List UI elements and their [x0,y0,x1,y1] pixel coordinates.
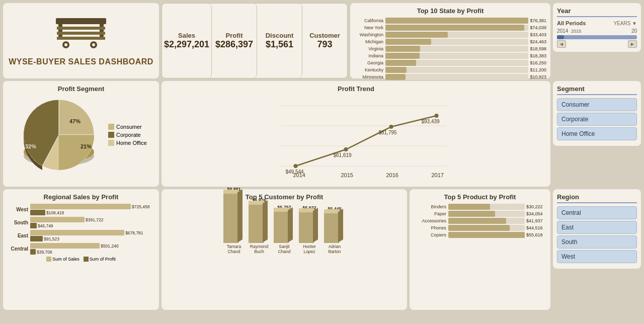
svg-point-19 [294,164,298,168]
region-central-button[interactable]: Central [557,206,637,219]
state-value: $24,463 [530,39,546,44]
state-bar-fill [385,67,407,73]
regional-bars-container: West $725,458 $108,418 South $391,722 [7,204,155,255]
pie-chart-svg: 47% 21% 32% [15,96,103,174]
brand-card: WYSE-BUYER SALES DASHBOARD [3,3,159,78]
customer-bar-front [223,193,238,243]
cart-icon [51,16,111,54]
region-south-button[interactable]: South [557,235,637,249]
state-value: $10,823 [530,74,546,79]
customer-bar-3d [274,211,295,243]
customer-bar-side [338,209,343,242]
year-next-button[interactable]: ► [628,40,637,48]
segment-filter-card: Segment Consumer Corporate Home Office [553,81,641,146]
state-value: $76,381 [530,18,546,23]
product-label: Binders [414,204,446,209]
state-label: California [354,18,383,23]
customer-bar-front [274,211,289,243]
state-bar-bg [385,25,528,31]
svg-rect-3 [57,27,105,30]
legend-homeoffice: Home Office [108,140,147,146]
svg-text:2016: 2016 [386,172,398,178]
customer-name: RaymondBuch [250,244,268,254]
customer-name: TamaraChand [227,244,241,254]
customer-bar-3d [299,211,320,243]
customer-bar-top [249,201,264,205]
kpi-container: Sales $2,297,201 Profit $286,397 Discoun… [162,3,348,78]
profit-trend-title: Profit Trend [166,85,546,93]
region-name: East [7,233,28,238]
product-bar-fill [448,211,495,217]
sales-value: $391,722 [86,217,103,222]
kpi-discount: Discount $1,561 [257,4,302,78]
top10-state-title: Top 10 State by Profit [354,7,546,15]
profit-trend-svg: $49,544 $61,619 $81,795 $93,439 2014 201… [166,96,546,179]
region-name: South [7,220,28,225]
region-bars: $501,240 $39,706 [30,243,155,255]
state-label: Michigan [354,39,383,44]
kpi-sales: Sales $2,297,201 [162,4,212,78]
year-slider-thumb[interactable] [557,35,564,39]
svg-text:$93,439: $93,439 [422,119,440,124]
state-label: New York [354,25,383,30]
year-slider-track[interactable] [557,35,637,39]
segment-consumer-button[interactable]: Consumer [557,98,637,111]
top10-state-card: Top 10 State by Profit California $76,38… [350,3,550,78]
product-bar-fill [448,204,490,210]
product-bar-fill [448,225,510,231]
top5-product-title: Top 5 Product by Profit [414,193,546,201]
region-bars: $725,458 $108,418 [30,204,155,215]
profit-bar [30,236,43,241]
year-years-label[interactable]: YEARS ▼ [613,21,637,26]
legend-profit: Sum of Profit [84,257,116,262]
svg-rect-4 [57,32,105,35]
state-value: $33,403 [530,32,546,37]
segment-homeoffice-button[interactable]: Home Office [557,127,637,140]
region-bars: $678,781 $91,523 [30,230,155,241]
svg-text:2014: 2014 [293,172,305,178]
product-bar-bg [448,211,525,217]
customer-name: HunterLopez [303,244,316,254]
legend-consumer: Consumer [108,124,147,130]
customer-bar-top [324,209,339,213]
product-value: $30,222 [526,204,546,209]
region-east-button[interactable]: East [557,221,637,234]
product-value: $34,054 [526,211,546,216]
legend-consumer-dot [108,124,114,130]
sales-value: $725,458 [132,204,149,209]
kpi-customer: Customer 793 [302,4,347,78]
customer-bars-container: $8,981 TamaraChand $6,976 RaymondBuch $5… [166,204,403,254]
product-label: Copiers [414,232,446,237]
sales-value: $501,240 [101,244,118,249]
region-west-button[interactable]: West [557,250,637,263]
segment-filter-title: Segment [557,85,637,95]
profit-segment-card: Profit Segment [3,81,159,187]
product-bar-bg [448,225,525,231]
sales-bar-row: $725,458 [30,204,155,209]
customer-bar-top [299,208,314,212]
regional-sales-card: Regional Sales by Profit West $725,458 $… [3,189,159,310]
segment-filter-panel: Segment Consumer Corporate Home Office [553,81,641,187]
customer-bar-front [249,204,264,243]
year-period-label: All Periods [557,20,586,26]
segment-corporate-button[interactable]: Corporate [557,113,637,126]
customer-bar-top [274,208,289,212]
state-bar-fill [385,25,524,31]
legend-profit-dot [84,257,89,262]
customer-bar-front [299,211,314,243]
svg-rect-0 [56,18,106,24]
customer-bar-side [313,208,318,242]
kpi-profit: Profit $286,397 [212,4,257,78]
state-bar-bg [385,18,528,24]
product-label: Paper [414,211,446,216]
regional-bar-row: South $391,722 $46,749 [7,217,155,228]
svg-text:$81,795: $81,795 [379,130,397,135]
product-bar-bg [448,232,525,238]
state-label: Washington [354,32,383,37]
year-prev-button[interactable]: ◄ [557,40,566,48]
product-bar-row: Copiers $55,618 [414,232,546,238]
product-value: $41,937 [526,218,546,223]
sales-bar [30,217,85,222]
state-bar-fill [385,74,406,80]
right-panel: Year All Periods YEARS ▼ 2014 2015 20 ◄ … [553,3,641,78]
